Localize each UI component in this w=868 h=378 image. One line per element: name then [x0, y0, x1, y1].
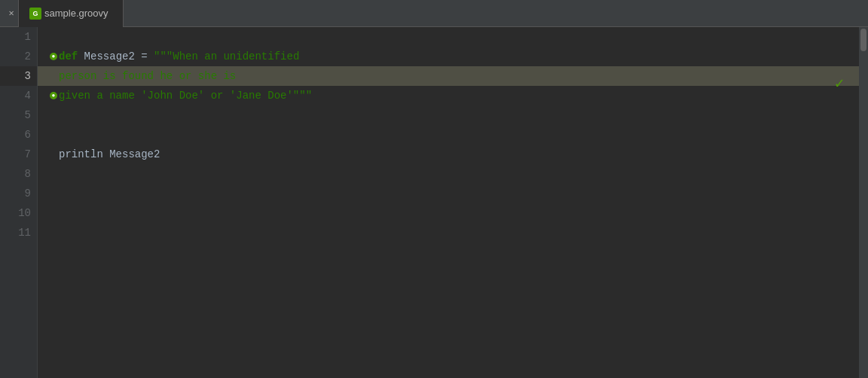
code-line-5 [38, 105, 859, 125]
editor-container: ✕ G sample.groovy 1 2 3 4 5 6 7 8 9 10 1… [0, 0, 868, 378]
scrollbar-vertical[interactable] [859, 27, 868, 378]
line-num-3: 3 [0, 66, 37, 86]
code-line-8 [38, 164, 859, 184]
code-line-7: println Message2 [38, 145, 859, 164]
tab-bar: ✕ G sample.groovy [0, 0, 868, 27]
line-numbers: 1 2 3 4 5 6 7 8 9 10 11 [0, 27, 38, 378]
checkmark-icon: ✓ [835, 74, 844, 93]
line-num-8: 8 [0, 164, 37, 184]
code-line-6 [38, 125, 859, 145]
file-type-icon: G [29, 8, 41, 20]
line1-content [50, 27, 56, 47]
code-line-1 [38, 27, 859, 47]
line4-content: given a name 'John Doe' or 'Jane Doe'""" [59, 86, 312, 105]
fold-icon-4[interactable]: ● [50, 92, 57, 99]
code-line-9 [38, 184, 859, 203]
line-num-6: 6 [0, 125, 37, 145]
line-num-10: 10 [0, 203, 37, 223]
line6-content [50, 125, 56, 145]
line-num-4: 4 [0, 86, 37, 105]
line-num-5: 5 [0, 105, 37, 125]
editor-body: 1 2 3 4 5 6 7 8 9 10 11 ● def Message2 =… [0, 27, 868, 378]
code-line-3: person is found he or she is [38, 66, 859, 86]
code-area[interactable]: ● def Message2 = """When an unidentified… [38, 27, 859, 378]
line-num-2: 2 [0, 47, 37, 66]
tab-close-button[interactable]: ✕ [5, 7, 18, 20]
line-num-7: 7 [0, 145, 37, 164]
line5-content [50, 105, 56, 125]
line-num-9: 9 [0, 184, 37, 203]
fold-icon-2[interactable]: ● [50, 53, 57, 60]
line7-content: println Message2 [59, 145, 160, 164]
code-line-4: ● given a name 'John Doe' or 'Jane Doe'"… [38, 86, 859, 105]
line-num-11: 11 [0, 223, 37, 242]
tab-item-groovy[interactable]: G sample.groovy [18, 0, 124, 27]
tab-filename: sample.groovy [44, 8, 108, 19]
code-line-11 [38, 223, 859, 242]
code-line-10 [38, 203, 859, 223]
scrollbar-thumb[interactable] [860, 29, 866, 51]
code-line-2: ● def Message2 = """When an unidentified [38, 47, 859, 66]
line2-def: def [59, 47, 78, 66]
line-num-1: 1 [0, 27, 37, 47]
line2-string: """When an unidentified [154, 47, 299, 66]
line3-content: person is found he or she is [59, 66, 236, 86]
line2-var: Message2 = [78, 47, 154, 66]
